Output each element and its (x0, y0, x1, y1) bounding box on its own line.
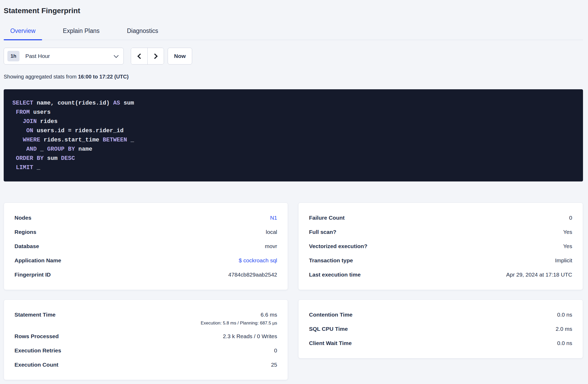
statement-timings-card: Statement Time 6.6 ms Execution: 5.8 ms … (4, 299, 288, 380)
info-row-transaction-type: Transaction type Implicit (309, 253, 572, 268)
info-row-sql-cpu-time: SQL CPU Time 2.0 ms (309, 322, 572, 336)
info-value: 6.6 ms (201, 310, 277, 320)
info-label: SQL CPU Time (309, 326, 348, 332)
info-label: Rows Processed (14, 333, 59, 339)
info-row-database: Database movr (14, 239, 277, 253)
time-controls: 1h Past Hour Now (4, 48, 583, 65)
info-label: Execution Count (14, 362, 58, 368)
statement-details-card: Nodes N1 Regions local Database movr App… (4, 203, 288, 290)
tab-bar: Overview Explain Plans Diagnostics (4, 25, 583, 40)
info-label: Contention Time (309, 312, 352, 318)
summary-cards: Nodes N1 Regions local Database movr App… (4, 203, 583, 380)
info-label: Application Name (14, 257, 61, 264)
tab-explain-plans[interactable]: Explain Plans (56, 25, 106, 40)
info-label: Full scan? (309, 229, 336, 235)
info-value: 2.3 k Reads / 0 Writes (223, 333, 277, 339)
tab-diagnostics[interactable]: Diagnostics (120, 25, 165, 40)
nodes-link[interactable]: N1 (270, 215, 277, 221)
info-label: Database (14, 243, 39, 249)
info-row-vectorized-execution: Vectorized execution? Yes (309, 239, 572, 253)
prev-time-button[interactable] (131, 48, 147, 64)
statement-fingerprint-page: Statement Fingerprint Overview Explain P… (0, 6, 588, 380)
info-row-application-name: Application Name $ cockroach sql (14, 253, 277, 268)
info-row-execution-count: Execution Count 25 (14, 358, 277, 372)
time-range-dropdown[interactable]: 1h Past Hour (4, 48, 124, 65)
info-label: Client Wait Time (309, 340, 352, 346)
sql-statement-box: SELECT name, count(rides.id) AS sum FROM… (4, 89, 583, 181)
info-row-nodes: Nodes N1 (14, 211, 277, 225)
info-row-statement-time: Statement Time 6.6 ms Execution: 5.8 ms … (14, 308, 277, 329)
chevron-left-icon (137, 53, 143, 59)
info-value: 25 (271, 362, 277, 368)
info-label: Vectorized execution? (309, 243, 367, 249)
time-range-badge: 1h (7, 51, 19, 61)
aggregated-stats-line: Showing aggregated stats from 16:00 to 1… (4, 73, 583, 80)
time-nav-group (131, 48, 164, 65)
info-value: movr (265, 243, 277, 249)
info-label: Last execution time (309, 272, 361, 278)
info-row-execution-retries: Execution Retries 0 (14, 343, 277, 358)
info-row-rows-processed: Rows Processed 2.3 k Reads / 0 Writes (14, 329, 277, 343)
info-value: 0.0 ns (557, 312, 572, 318)
statement-time-breakdown: Execution: 5.8 ms / Planning: 687.5 µs (201, 320, 277, 326)
stats-line-prefix: Showing aggregated stats from (4, 74, 78, 80)
wait-times-card: Contention Time 0.0 ns SQL CPU Time 2.0 … (298, 299, 583, 358)
info-row-regions: Regions local (14, 225, 277, 239)
sql-statement-code: SELECT name, count(rides.id) AS sum FROM… (12, 99, 574, 172)
info-value: Yes (563, 243, 572, 249)
info-value: 0.0 ns (557, 340, 572, 346)
execution-attributes-card: Failure Count 0 Full scan? Yes Vectorize… (298, 203, 583, 290)
info-value: Implicit (555, 257, 572, 264)
info-label: Execution Retries (14, 347, 61, 354)
info-label: Nodes (14, 215, 31, 221)
info-row-client-wait-time: Client Wait Time 0.0 ns (309, 336, 572, 350)
tab-overview[interactable]: Overview (4, 25, 42, 40)
info-row-last-execution-time: Last execution time Apr 29, 2024 at 17:1… (309, 268, 572, 282)
next-time-button[interactable] (147, 48, 164, 64)
info-label: Failure Count (309, 215, 345, 221)
info-value: 2.0 ms (556, 326, 572, 332)
info-row-failure-count: Failure Count 0 (309, 211, 572, 225)
page-title: Statement Fingerprint (4, 6, 583, 15)
info-value: 4784cb829aab2542 (228, 272, 277, 278)
time-range-label: Past Hour (25, 53, 50, 59)
info-value: 0 (274, 347, 277, 354)
info-value: local (266, 229, 277, 235)
info-row-contention-time: Contention Time 0.0 ns (309, 308, 572, 322)
info-row-fingerprint-id: Fingerprint ID 4784cb829aab2542 (14, 268, 277, 282)
now-button[interactable]: Now (168, 48, 192, 65)
info-label: Regions (14, 229, 36, 235)
stats-line-range: 16:00 to 17:22 (UTC) (78, 74, 128, 80)
statement-time-values: 6.6 ms Execution: 5.8 ms / Planning: 687… (201, 310, 277, 326)
application-name-link[interactable]: $ cockroach sql (239, 257, 277, 264)
chevron-down-icon (114, 53, 118, 58)
info-value: 0 (569, 215, 572, 221)
info-value: Apr 29, 2024 at 17:18 UTC (506, 272, 572, 278)
info-row-full-scan: Full scan? Yes (309, 225, 572, 239)
info-label: Transaction type (309, 257, 353, 264)
chevron-right-icon (152, 53, 158, 59)
info-label: Fingerprint ID (14, 272, 51, 278)
info-label: Statement Time (14, 310, 56, 320)
info-value: Yes (563, 229, 572, 235)
